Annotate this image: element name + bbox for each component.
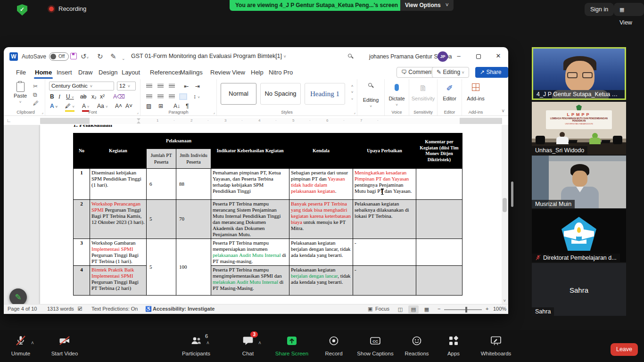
- superscript-button[interactable]: x²: [100, 93, 105, 100]
- tab-selector-icon[interactable]: ∟: [7, 118, 11, 123]
- cut-icon[interactable]: ✂: [33, 83, 38, 90]
- document-title[interactable]: GST 01-Form Monitoring dan Evaluasi Prog…: [131, 53, 286, 59]
- menu-tab-nitro-pro[interactable]: Nitro Pro: [268, 68, 294, 77]
- sidebar-drag-handle[interactable]: [511, 181, 513, 207]
- menu-tab-home[interactable]: Home: [34, 68, 53, 77]
- zoom-level[interactable]: 100%: [493, 306, 506, 312]
- styles-dialog-launcher[interactable]: ⌟: [354, 110, 355, 115]
- justify-icon[interactable]: [180, 94, 186, 99]
- leave-button[interactable]: Leave: [611, 343, 638, 356]
- video-tile-1[interactable]: 4_J P Gentur Sutapa_Ketua Pe...: [532, 47, 626, 100]
- editing-mode-button[interactable]: ✎ Editing ˅: [432, 67, 469, 78]
- view-options-button[interactable]: View Options˅: [400, 0, 454, 11]
- menu-tab-file[interactable]: File: [15, 68, 27, 77]
- menu-tab-review[interactable]: Review: [209, 68, 231, 77]
- font-size-combo[interactable]: 12˅: [117, 82, 136, 90]
- copy-icon[interactable]: ⧉: [33, 91, 37, 98]
- document-page[interactable]: 1. Pelaksanaan NoKegiatanPelaksanaanIndi…: [40, 125, 502, 304]
- zoom-annotate-button[interactable]: ✎: [9, 288, 27, 306]
- pilcrow-icon[interactable]: ¶: [186, 103, 189, 109]
- indent-marker-icon[interactable]: [137, 118, 141, 123]
- proofing-icon[interactable]: 🗹: [77, 306, 83, 312]
- toolbar-unmute-button[interactable]: Unmute: [0, 335, 43, 356]
- menu-tab-view[interactable]: View: [231, 68, 246, 77]
- document-scrollbar[interactable]: ˅: [502, 125, 508, 304]
- print-layout-icon[interactable]: ▤: [408, 305, 419, 313]
- format-painter-icon[interactable]: 🖉: [33, 100, 39, 107]
- video-tile-2[interactable]: LPMPPLEMBAGA PENJAMINAN MUTU DAN PENGEMB…: [532, 102, 626, 155]
- multilevel-list-icon[interactable]: [169, 84, 175, 89]
- zoom-slider-thumb[interactable]: [465, 307, 467, 313]
- zoom-out-icon[interactable]: −: [438, 306, 440, 312]
- avatar[interactable]: JP: [438, 51, 448, 62]
- scrollbar-thumb[interactable]: [503, 198, 507, 212]
- numbering-icon[interactable]: [157, 84, 164, 89]
- search-icon[interactable]: [348, 54, 353, 59]
- video-tile-4[interactable]: Direktorat Pembelajaran d...: [532, 209, 626, 262]
- style-heading1[interactable]: Heading 1: [305, 83, 345, 105]
- bullets-icon[interactable]: [146, 84, 152, 89]
- text-effects-button[interactable]: A ˅: [50, 103, 58, 110]
- toolbar-chevron-icon[interactable]: ˄: [206, 340, 209, 346]
- sign-in-button[interactable]: Sign in: [585, 3, 614, 16]
- dictate-button[interactable]: Dictate˅: [385, 83, 409, 107]
- align-left-icon[interactable]: [146, 94, 152, 99]
- focus-button[interactable]: Focus: [375, 306, 389, 312]
- security-shield-icon[interactable]: ✓: [17, 4, 27, 16]
- style-no-spacing[interactable]: No Spacing: [260, 83, 301, 105]
- close-button[interactable]: ✕: [488, 47, 508, 65]
- toolbar-chat-button[interactable]: 3Chat: [225, 335, 271, 356]
- word-logo-icon[interactable]: W: [9, 52, 18, 61]
- toolbar-share-screen-button[interactable]: Share Screen: [269, 335, 314, 356]
- redo-icon[interactable]: ↻: [97, 52, 103, 61]
- video-tile-5[interactable]: SahraSahra: [532, 263, 626, 316]
- page-indicator[interactable]: Page 4 of 10: [8, 306, 37, 312]
- toolbar-apps-button[interactable]: Apps: [431, 335, 476, 356]
- increase-indent-icon[interactable]: ⇥: [195, 83, 200, 90]
- decrease-indent-icon[interactable]: ⇤: [184, 83, 189, 90]
- styles-gallery-arrows[interactable]: ˄˅⌄: [349, 83, 355, 101]
- quick-access-more-icon[interactable]: ⌄: [122, 54, 125, 63]
- style-normal[interactable]: Normal: [221, 83, 256, 105]
- horizontal-ruler[interactable]: 1·2·3·4·5·6·7·: [40, 118, 502, 124]
- change-case-button[interactable]: Aa ˅: [97, 103, 108, 110]
- clipboard-dialog-launcher[interactable]: ⌟: [41, 110, 43, 115]
- share-button[interactable]: ↗ Share ˅: [475, 67, 508, 78]
- autosave-toggle[interactable]: Off: [49, 52, 69, 61]
- pen-input-icon[interactable]: ✎: [110, 52, 116, 61]
- font-dialog-launcher[interactable]: ⌟: [137, 110, 139, 115]
- zoom-in-icon[interactable]: +: [486, 306, 488, 312]
- save-icon[interactable]: [70, 53, 77, 59]
- align-center-icon[interactable]: [157, 94, 164, 99]
- sort-icon[interactable]: A↓: [173, 103, 180, 109]
- italic-button[interactable]: I: [58, 93, 60, 100]
- minimize-button[interactable]: –: [449, 47, 469, 65]
- underline-button[interactable]: U ˅: [66, 93, 74, 101]
- subscript-button[interactable]: x₂: [91, 93, 97, 100]
- menu-tab-references[interactable]: References: [149, 68, 182, 77]
- read-mode-icon[interactable]: ◫: [395, 305, 405, 313]
- editing-menu-button[interactable]: Editing˅: [357, 83, 384, 108]
- menu-tab-mailings[interactable]: Mailings: [179, 68, 204, 77]
- toolbar-chevron-icon[interactable]: ˄: [258, 340, 261, 346]
- clear-formatting-button[interactable]: A⌫: [113, 93, 125, 100]
- web-layout-icon[interactable]: ▦: [421, 305, 432, 313]
- shrink-font-button[interactable]: A˅: [125, 103, 132, 109]
- undo-icon[interactable]: ↺˅: [81, 52, 89, 62]
- font-name-combo[interactable]: Century Gothic˅: [49, 82, 114, 90]
- paragraph-dialog-launcher[interactable]: ⌟: [213, 110, 215, 115]
- align-right-icon[interactable]: [169, 94, 175, 99]
- paste-button[interactable]: Paste˅: [12, 82, 28, 104]
- word-count[interactable]: 1313 words: [47, 306, 74, 312]
- scroll-down-icon[interactable]: ˅: [502, 298, 508, 303]
- strikethrough-button[interactable]: ab: [80, 93, 86, 100]
- addins-button[interactable]: Add-ins: [462, 83, 489, 101]
- menu-tab-design[interactable]: Design: [98, 68, 118, 77]
- borders-icon[interactable]: ⊞: [158, 103, 163, 109]
- view-button[interactable]: ▦View: [614, 3, 644, 16]
- grow-font-button[interactable]: A˄: [115, 103, 122, 109]
- bold-button[interactable]: B: [50, 93, 54, 100]
- accessibility-status[interactable]: Accessibility: Investigate: [153, 306, 215, 312]
- menu-tab-draw[interactable]: Draw: [77, 68, 93, 77]
- line-spacing-icon[interactable]: ↕ ˅: [193, 93, 200, 101]
